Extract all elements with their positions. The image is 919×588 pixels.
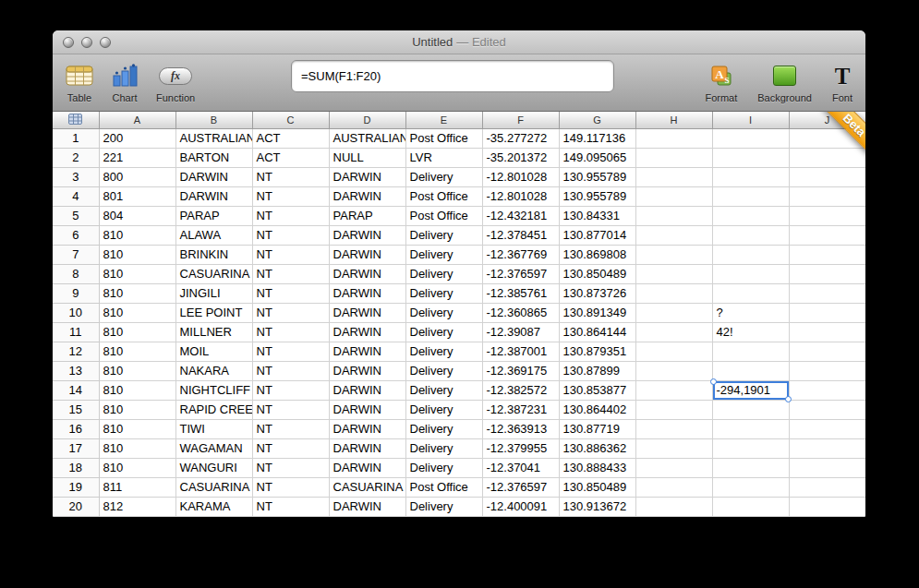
cell-F18[interactable]: -12.37041 xyxy=(482,458,559,477)
row-header-17[interactable]: 17 xyxy=(53,438,99,458)
cell-A20[interactable]: 812 xyxy=(99,497,175,516)
cell-B12[interactable]: MOIL xyxy=(175,342,252,361)
cell-J14[interactable] xyxy=(789,380,865,400)
cell-I18[interactable] xyxy=(712,458,789,477)
cell-G8[interactable]: 130.850489 xyxy=(559,264,635,283)
cell-D17[interactable]: DARWIN xyxy=(329,438,405,458)
row-header-13[interactable]: 13 xyxy=(53,361,99,380)
cell-E18[interactable]: Delivery xyxy=(405,458,482,477)
cell-D20[interactable]: DARWIN xyxy=(329,497,405,516)
row-header-2[interactable]: 2 xyxy=(53,148,99,167)
formula-bar[interactable]: =SUM(F1:F20) xyxy=(291,60,614,92)
column-header-A[interactable]: A xyxy=(99,112,175,128)
cell-J2[interactable] xyxy=(789,148,865,167)
cell-D3[interactable]: DARWIN xyxy=(329,167,405,186)
column-header-H[interactable]: H xyxy=(635,112,712,128)
cell-I16[interactable] xyxy=(712,419,789,438)
cell-I5[interactable] xyxy=(712,206,789,225)
cell-F19[interactable]: -12.376597 xyxy=(482,477,559,497)
cell-C1[interactable]: ACT xyxy=(252,128,329,148)
row-header-3[interactable]: 3 xyxy=(53,167,99,186)
cell-F13[interactable]: -12.369175 xyxy=(482,361,559,380)
cell-F5[interactable]: -12.432181 xyxy=(482,206,559,225)
cell-B14[interactable]: NIGHTCLIFF xyxy=(175,380,252,400)
cell-D12[interactable]: DARWIN xyxy=(329,342,405,361)
cell-B13[interactable]: NAKARA xyxy=(175,361,252,380)
cell-G5[interactable]: 130.84331 xyxy=(559,206,635,225)
cell-A19[interactable]: 811 xyxy=(99,477,175,497)
cell-F1[interactable]: -35.277272 xyxy=(482,128,559,148)
cell-F4[interactable]: -12.801028 xyxy=(482,186,559,206)
cell-D14[interactable]: DARWIN xyxy=(329,380,405,400)
cell-H1[interactable] xyxy=(635,128,712,148)
cell-D18[interactable]: DARWIN xyxy=(329,458,405,477)
cell-C8[interactable]: NT xyxy=(252,264,329,283)
cell-H16[interactable] xyxy=(635,419,712,438)
cell-C5[interactable]: NT xyxy=(252,206,329,225)
cell-G19[interactable]: 130.850489 xyxy=(559,477,635,497)
row-header-15[interactable]: 15 xyxy=(53,400,99,419)
cell-D2[interactable]: NULL xyxy=(329,148,405,167)
cell-C7[interactable]: NT xyxy=(252,245,329,264)
cell-E7[interactable]: Delivery xyxy=(405,245,482,264)
cell-E5[interactable]: Post Office xyxy=(405,206,482,225)
cell-F20[interactable]: -12.400091 xyxy=(482,497,559,516)
cell-J15[interactable] xyxy=(789,400,865,419)
cell-G3[interactable]: 130.955789 xyxy=(559,167,635,186)
row-header-20[interactable]: 20 xyxy=(53,497,99,516)
cell-J16[interactable] xyxy=(789,419,865,438)
cell-F3[interactable]: -12.801028 xyxy=(482,167,559,186)
cell-E6[interactable]: Delivery xyxy=(405,225,482,245)
cell-A7[interactable]: 810 xyxy=(99,245,175,264)
cell-B19[interactable]: CASUARINA xyxy=(175,477,252,497)
cell-E19[interactable]: Post Office xyxy=(405,477,482,497)
cell-G2[interactable]: 149.095065 xyxy=(559,148,635,167)
cell-A6[interactable]: 810 xyxy=(99,225,175,245)
cell-F6[interactable]: -12.378451 xyxy=(482,225,559,245)
cell-G12[interactable]: 130.879351 xyxy=(559,342,635,361)
cell-A4[interactable]: 801 xyxy=(99,186,175,206)
cell-A1[interactable]: 200 xyxy=(99,128,175,148)
cell-I11[interactable]: 42! xyxy=(712,322,789,342)
cell-E14[interactable]: Delivery xyxy=(405,380,482,400)
cell-G16[interactable]: 130.87719 xyxy=(559,419,635,438)
cell-J19[interactable] xyxy=(789,477,865,497)
cell-I6[interactable] xyxy=(712,225,789,245)
cell-C14[interactable]: NT xyxy=(252,380,329,400)
cell-H6[interactable] xyxy=(635,225,712,245)
cell-H12[interactable] xyxy=(635,342,712,361)
cell-B4[interactable]: DARWIN xyxy=(175,186,252,206)
row-header-12[interactable]: 12 xyxy=(53,342,99,361)
cell-H20[interactable] xyxy=(635,497,712,516)
row-header-16[interactable]: 16 xyxy=(53,419,99,438)
cell-I1[interactable] xyxy=(712,128,789,148)
cell-J4[interactable] xyxy=(789,186,865,206)
cell-E1[interactable]: Post Office xyxy=(405,128,482,148)
cell-F14[interactable]: -12.382572 xyxy=(482,380,559,400)
cell-E8[interactable]: Delivery xyxy=(405,264,482,283)
cell-A12[interactable]: 810 xyxy=(99,342,175,361)
cell-D7[interactable]: DARWIN xyxy=(329,245,405,264)
cell-C18[interactable]: NT xyxy=(252,458,329,477)
cell-B10[interactable]: LEE POINT xyxy=(175,303,252,322)
cell-J8[interactable] xyxy=(789,264,865,283)
cell-I7[interactable] xyxy=(712,245,789,264)
cell-G13[interactable]: 130.87899 xyxy=(559,361,635,380)
row-header-18[interactable]: 18 xyxy=(53,458,99,477)
cell-J7[interactable] xyxy=(789,245,865,264)
cell-E2[interactable]: LVR xyxy=(405,148,482,167)
cell-I9[interactable] xyxy=(712,283,789,303)
chart-button[interactable]: Chart xyxy=(112,59,138,103)
cell-A5[interactable]: 804 xyxy=(99,206,175,225)
cell-D8[interactable]: DARWIN xyxy=(329,264,405,283)
row-header-1[interactable]: 1 xyxy=(53,128,99,148)
cell-F16[interactable]: -12.363913 xyxy=(482,419,559,438)
cell-H9[interactable] xyxy=(635,283,712,303)
cell-H10[interactable] xyxy=(635,303,712,322)
cell-G14[interactable]: 130.853877 xyxy=(559,380,635,400)
cell-H11[interactable] xyxy=(635,322,712,342)
row-header-10[interactable]: 10 xyxy=(53,303,99,322)
cell-B7[interactable]: BRINKIN xyxy=(175,245,252,264)
cell-G15[interactable]: 130.864402 xyxy=(559,400,635,419)
cell-G7[interactable]: 130.869808 xyxy=(559,245,635,264)
